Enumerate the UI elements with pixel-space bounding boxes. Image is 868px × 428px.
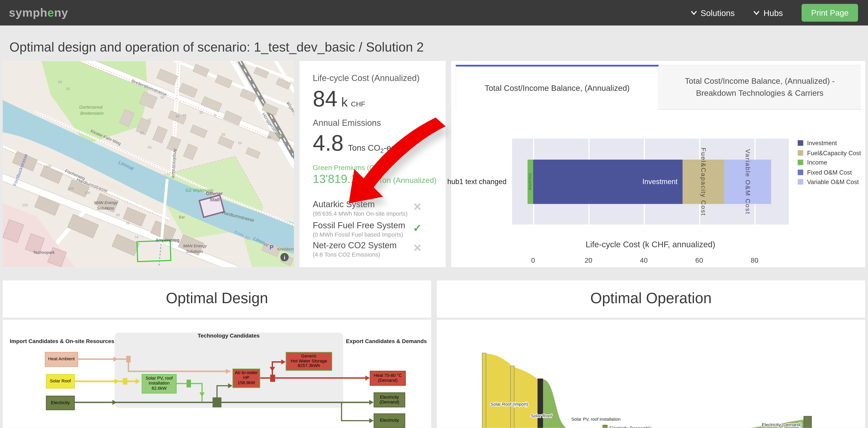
annual-emissions-value: 4.8Tons CO2-eq <box>313 131 396 155</box>
legend-item[interactable]: Variable O&M Cost <box>798 178 861 185</box>
x-icon: ✕ <box>410 201 425 213</box>
bar-label: Variable O&M Cost <box>744 149 751 215</box>
sankey-node-solar-roof[interactable] <box>510 366 514 428</box>
legend-swatch <box>798 169 803 175</box>
map-label: MAN Energy <box>94 200 118 205</box>
map-label: 82 <box>116 213 120 217</box>
legend-swatch <box>798 140 803 146</box>
legend-swatch <box>798 150 803 155</box>
legend-label: Fixed O&M Cost <box>807 169 851 175</box>
cost-chart: hub1 text changed 020406080IncomeInvestm… <box>451 110 865 267</box>
map[interactable]: GartenarealBreitensteinBreitensteinstras… <box>3 61 294 267</box>
sympheny-logo[interactable]: sympheny <box>9 6 68 19</box>
solutions-menu[interactable]: Solutions <box>691 8 735 18</box>
technology-column-label: Technology Candidates <box>198 333 259 339</box>
sankey-node-solar-pv[interactable] <box>537 379 543 428</box>
sankey-node-solar-import[interactable] <box>482 353 486 428</box>
design-diagram-card: Import Candidates & On-site Resources Te… <box>3 320 431 428</box>
sankey-label: Solar PV, roof installation <box>571 417 621 422</box>
map-label: Offener <box>206 191 223 196</box>
x-tick-label: 0 <box>522 257 544 264</box>
optimal-operation-title: Optimal Operation <box>437 290 865 307</box>
map-label: Technopark <box>33 250 55 255</box>
fossil-free-badge: Fossil Fuel Free System (0 MWh Fossil Fu… <box>313 221 415 237</box>
legend-item[interactable]: Income <box>798 159 861 166</box>
legend-label: Variable O&M Cost <box>807 178 859 185</box>
map-label: Gartenareal <box>79 105 103 110</box>
print-page-button[interactable]: Print Page <box>802 4 858 22</box>
lifecycle-cost-value: 84kCHF <box>313 86 365 111</box>
map-label: 44 <box>183 113 186 117</box>
sankey-label: Solar Roof <box>531 413 552 418</box>
map-label: 55 <box>140 131 144 135</box>
map-label: 100 <box>85 191 90 195</box>
tab-breakdown[interactable]: Total Cost/Income Balance, (Annualized) … <box>659 65 861 110</box>
map-label: 57 <box>148 118 152 122</box>
chart-category-label: hub1 text changed <box>447 177 506 186</box>
x-tick-label: 60 <box>688 257 710 264</box>
map-info-button[interactable]: i <box>280 253 289 261</box>
chart-tabs: Total Cost/Income Balance, (Annualized) … <box>456 65 861 110</box>
legend-item[interactable]: Investment <box>798 140 861 146</box>
map-label: 58 <box>144 85 148 88</box>
annual-emissions-label: Annual Emissions <box>313 118 381 128</box>
tab-total-cost[interactable]: Total Cost/Income Balance, (Annualized) <box>456 65 659 110</box>
design-node-solar_pv: Solar PV, roof installation 82.6kW <box>142 374 177 394</box>
map-label: 104 <box>68 187 73 191</box>
map-card: GartenarealBreitensteinBreitensteinstras… <box>3 61 294 267</box>
design-node-elec_bottom: Electricity <box>374 413 405 428</box>
map-label: 93 <box>58 80 62 84</box>
chart-legend: InvestmentFuel&Capacity CostIncomeFixed … <box>798 140 861 188</box>
bar-label: Income <box>528 173 533 191</box>
x-tick-label: 40 <box>633 257 655 264</box>
sankey-label: Electricity (Demand) <box>762 422 802 427</box>
map-label: 9 <box>214 113 216 117</box>
map-label: Bar <box>179 215 185 219</box>
check-icon: ✓ <box>410 222 425 234</box>
import-column-label: Import Candidates & On-site Resources <box>10 338 114 344</box>
x-tick-label: 80 <box>744 257 766 264</box>
chevron-down-icon <box>753 10 760 15</box>
legend-item[interactable]: Fixed O&M Cost <box>798 169 861 175</box>
sankey-node-elec-demand[interactable] <box>804 416 811 428</box>
optimal-design-title: Optimal Design <box>3 290 431 307</box>
sankey-label: Solar Roof (Import) <box>490 402 528 407</box>
sankey-node-elec-renewable[interactable] <box>603 425 607 428</box>
chart-x-axis-title: Life-cycle Cost (k CHF, annualized) <box>512 239 789 249</box>
map-label: 32 <box>199 111 203 114</box>
map-label: P <box>293 153 294 160</box>
netzero-badge: Net-zero CO2 System (4.8 Tons CO2 Emissi… <box>313 240 415 258</box>
map-label: Kreisbüro <box>277 247 294 251</box>
map-label: 50 <box>161 95 164 99</box>
map-label: 120 <box>46 164 52 168</box>
map-label: Breitenstein <box>80 111 104 116</box>
cost-chart-card: Total Cost/Income Balance, (Annualized) … <box>451 61 865 267</box>
map-label: Stall <box>210 197 220 202</box>
map-label: 74 <box>134 235 138 239</box>
map-label: 26 <box>221 133 225 137</box>
x-icon: ✕ <box>410 241 425 254</box>
map-label: 123 <box>22 203 28 207</box>
map-label: 90 <box>98 201 102 205</box>
operation-sankey-card: Solar Roof (Import)Solar RoofSolar PV, r… <box>437 320 865 428</box>
legend-label: Investment <box>807 140 837 146</box>
legend-swatch <box>798 179 803 184</box>
operation-sankey: Solar Roof (Import)Solar RoofSolar PV, r… <box>437 320 865 428</box>
map-label: Ampèresteg <box>156 237 180 242</box>
design-node-elec_left: Electricity <box>46 396 75 410</box>
svg-text:i: i <box>284 254 285 260</box>
hubs-label: Hubs <box>764 8 783 18</box>
optimal-operation-card-header: Optimal Operation <box>437 281 865 318</box>
hubs-menu[interactable]: Hubs <box>753 8 783 18</box>
map-label: 91 <box>66 87 70 91</box>
map-label: 46 <box>176 115 179 118</box>
map-label: 76 <box>126 221 129 225</box>
design-node-solar_roof: Solar Roof <box>46 374 75 389</box>
legend-item[interactable]: Fuel&Capacity Cost <box>798 149 861 156</box>
bar-label: Investment <box>533 160 683 204</box>
map-label: Solutions <box>186 249 203 254</box>
lifecycle-cost-label: Life-cycle Cost (Annualized) <box>313 73 420 83</box>
page-title: Optimal design and operation of scenario… <box>9 40 424 55</box>
map-label: P <box>270 244 274 251</box>
x-tick-label: 20 <box>578 257 599 264</box>
